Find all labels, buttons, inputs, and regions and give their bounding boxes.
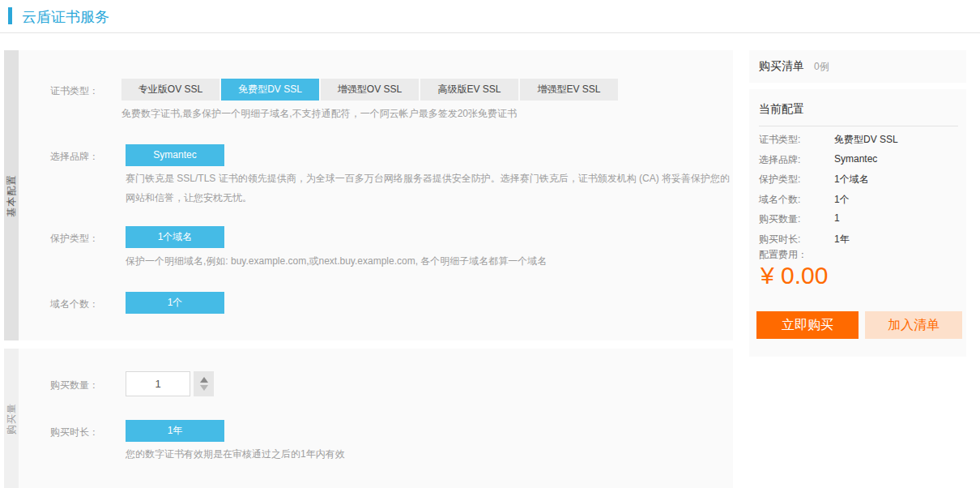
summary-row-domain-count: 域名个数: 1个 [759,193,958,213]
cert-type-description: 免费数字证书,最多保护一个明细子域名,不支持通配符，一个阿云帐户最多签发20张免… [121,104,517,123]
summary-row-quantity: 购买数量: 1 [759,212,958,233]
domain-count-one-button[interactable]: 1个 [126,292,224,314]
summary-value: 1 [834,212,840,233]
page-title: 云盾证书服务 [22,7,109,27]
cart-title: 购买清单 [759,59,804,74]
summary-label: 证书类型: [759,133,834,153]
basic-config-panel: 证书类型： 专业版OV SSL 免费型DV SSL 增强型OV SSL 高级版E… [19,50,733,340]
summary-label: 保护类型: [759,173,834,193]
tab-pro-ov-ssl[interactable]: 专业版OV SSL [121,79,219,101]
brand-description: 赛门铁克是 SSL/TLS 证书的领先提供商，为全球一百多万台网络服务器提供安全… [126,169,735,208]
stepper-up-icon[interactable] [200,377,208,383]
summary-value: 1个域名 [834,173,869,193]
cart-count-badge: 0例 [814,60,829,74]
buy-now-button[interactable]: 立即购买 [756,311,859,339]
summary-value: 1年 [834,233,850,253]
protection-type-label: 保护类型： [50,232,99,246]
summary-rows: 证书类型: 免费型DV SSL 选择品牌: Symantec 保护类型: 1个域… [759,133,958,252]
fee-value: ¥ 0.00 [761,262,828,289]
fee-label: 配置费用： [759,248,807,262]
cert-type-tab-row: 专业版OV SSL 免费型DV SSL 增强型OV SSL 高级版EV SSL … [121,79,620,101]
summary-row-cert-type: 证书类型: 免费型DV SSL [759,133,958,153]
summary-value: 免费型DV SSL [834,133,898,153]
section-tab-basic-config[interactable]: 基本配置 [4,50,19,340]
summary-row-brand: 选择品牌: Symantec [759,153,958,173]
tab-strong-ev-ssl[interactable]: 增强型EV SSL [520,79,618,101]
brand-label: 选择品牌： [50,150,99,164]
tab-advanced-ev-ssl[interactable]: 高级版EV SSL [420,79,518,101]
tab-enhanced-ov-ssl[interactable]: 增强型OV SSL [321,79,419,101]
summary-row-protection: 保护类型: 1个域名 [759,173,958,193]
duration-one-year-button[interactable]: 1年 [126,420,224,442]
stepper-down-icon[interactable] [200,385,208,391]
tab-free-dv-ssl[interactable]: 免费型DV SSL [221,79,319,101]
duration-description: 您的数字证书有效期是在审核通过之后的1年内有效 [126,444,345,464]
domain-count-label: 域名个数： [50,298,99,311]
page-header: 云盾证书服务 [0,0,980,33]
current-config-panel: 当前配置 证书类型: 免费型DV SSL 选择品牌: Symantec 保护类型… [749,89,966,357]
quantity-input[interactable] [126,371,190,396]
brand-symantec-button[interactable]: Symantec [126,144,224,166]
summary-value: Symantec [834,153,877,173]
current-config-title: 当前配置 [759,102,804,117]
section-tab-basic-config-label: 基本配置 [5,174,19,216]
duration-label: 购买时长： [50,426,99,439]
protection-description: 保护一个明细域名,例如: buy.example.com,或next.buy.e… [126,251,547,271]
summary-label: 选择品牌: [759,153,834,173]
summary-value: 1个 [834,193,850,213]
purchase-panel: 购买数量： 购买时长： 1年 您的数字证书有效期是在审核通过之后的1年内有效 [19,349,733,488]
quantity-stepper [194,371,214,396]
summary-label: 购买数量: [759,212,834,233]
add-to-cart-button[interactable]: 加入清单 [865,311,962,339]
divider [759,126,958,126]
cert-type-label: 证书类型： [50,84,99,98]
summary-label: 域名个数: [759,193,834,213]
protection-one-domain-button[interactable]: 1个域名 [126,226,224,248]
cart-header: 购买清单 0例 [749,50,966,83]
title-accent-bar [8,7,12,24]
section-tab-purchase-label: 购买量 [5,403,19,434]
quantity-label: 购买数量： [50,379,99,392]
section-tab-purchase[interactable]: 购买量 [4,349,19,488]
